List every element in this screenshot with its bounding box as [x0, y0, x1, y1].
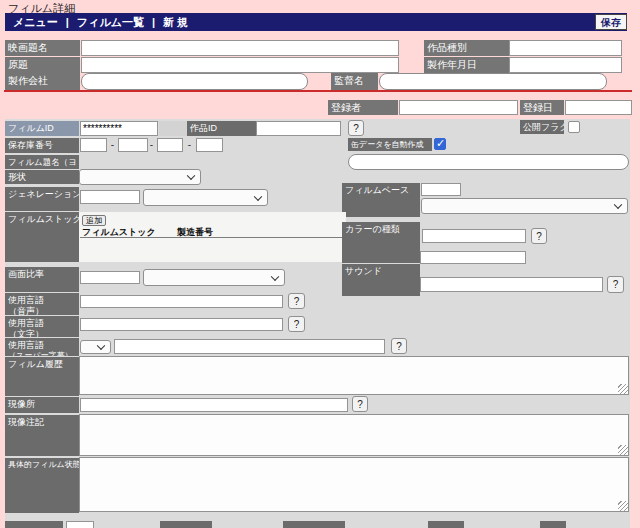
language-text-help-button[interactable]: ?	[288, 316, 305, 332]
film-history-label: フィルム履歴	[5, 357, 79, 396]
language-audio-label: 使用言語（音声）	[5, 293, 79, 315]
film-id-help-button[interactable]: ?	[348, 120, 364, 136]
storage-dash: -	[185, 138, 194, 152]
original-title-input[interactable]	[81, 57, 399, 73]
chevron-down-icon	[614, 201, 622, 209]
stock-divider	[80, 237, 345, 238]
section-divider	[4, 90, 632, 92]
storage-number-input-2[interactable]	[118, 138, 148, 152]
film-id-input[interactable]	[80, 121, 158, 136]
production-company-input[interactable]	[81, 73, 308, 90]
generation-input[interactable]	[80, 190, 140, 204]
sound-input-small[interactable]	[420, 251, 526, 264]
work-type-input[interactable]	[509, 40, 622, 56]
storage-number-input-4[interactable]	[196, 138, 223, 152]
registration-date-input[interactable]	[565, 100, 632, 115]
menu-item-new[interactable]: 新 規	[163, 15, 188, 30]
movie-title-input[interactable]	[81, 40, 399, 56]
cutoff-row-stub	[283, 521, 345, 528]
language-audio-input[interactable]	[80, 295, 283, 308]
original-title-label: 原題	[5, 57, 80, 73]
film-base-select[interactable]	[421, 198, 628, 214]
menu-item-menu[interactable]: メニュー	[13, 15, 58, 30]
language-text-input[interactable]	[80, 318, 283, 331]
storage-number-label: 保存庫番号	[5, 138, 79, 153]
color-type-input[interactable]	[422, 229, 526, 243]
sound-input[interactable]	[420, 277, 603, 292]
public-flag-label: 公開フラグ	[520, 120, 564, 134]
registrant-label: 登録者	[328, 100, 398, 115]
registrant-input[interactable]	[399, 100, 518, 115]
work-id-input[interactable]	[256, 121, 341, 136]
color-type-help-button[interactable]: ?	[531, 228, 547, 244]
language-subtitle-select[interactable]	[80, 340, 111, 354]
cutoff-row-stub	[540, 521, 566, 528]
shape-select[interactable]	[79, 169, 201, 185]
storage-number-input-1[interactable]	[80, 138, 107, 152]
developing-lab-label: 現像所	[5, 397, 79, 413]
film-condition-label: 具体的フィルム状態	[5, 458, 79, 513]
aspect-ratio-input[interactable]	[80, 271, 140, 284]
cutoff-row-stub	[5, 521, 63, 528]
sound-label: サウンド	[342, 264, 420, 296]
storage-number-input-3[interactable]	[157, 138, 183, 152]
sound-help-button[interactable]: ?	[607, 276, 624, 293]
title-yomi-input[interactable]	[348, 154, 629, 170]
aspect-ratio-select[interactable]	[143, 269, 285, 286]
menu-separator: |	[152, 16, 155, 28]
developing-notes-textarea[interactable]	[79, 414, 629, 456]
work-id-label: 作品ID	[187, 121, 256, 136]
production-date-input[interactable]	[509, 57, 622, 73]
chevron-down-icon	[187, 172, 195, 180]
director-label: 監督名	[331, 73, 378, 90]
generation-label: ジェネレーション	[5, 187, 79, 211]
storage-dash: -	[108, 138, 117, 152]
registration-date-label: 登録日	[520, 100, 564, 115]
production-date-label: 製作年月日	[424, 57, 509, 73]
language-audio-help-button[interactable]: ?	[288, 293, 305, 309]
cutoff-row-stub	[160, 521, 212, 528]
language-text-label: 使用言語（文字）	[5, 316, 79, 337]
film-id-spacer	[159, 121, 187, 136]
director-input[interactable]	[379, 73, 607, 90]
developing-lab-input[interactable]	[80, 398, 348, 412]
add-stock-button[interactable]: 追加	[82, 215, 106, 226]
can-auto-create-checkbox[interactable]	[434, 138, 446, 150]
developing-lab-help-button[interactable]: ?	[352, 396, 368, 412]
cutoff-row-stub	[428, 521, 464, 528]
work-type-label: 作品種別	[424, 40, 509, 56]
film-base-input[interactable]	[421, 183, 461, 196]
can-auto-create-label: 缶データを自動作成	[348, 138, 432, 151]
film-stock-label: フィルムストック	[5, 212, 79, 262]
shape-label: 形状	[5, 170, 79, 184]
cutoff-row-stub	[66, 521, 94, 528]
chevron-down-icon	[97, 342, 105, 350]
generation-select[interactable]	[143, 189, 268, 206]
film-id-label: フィルムID	[5, 121, 79, 136]
public-flag-checkbox[interactable]	[568, 121, 580, 133]
film-condition-textarea[interactable]	[79, 457, 629, 512]
language-subtitle-label: 使用言語（スーパー字幕）	[5, 338, 79, 356]
title-yomi-label: フィルム題名（ヨミ）	[5, 155, 79, 169]
film-base-label: フィルムベース	[342, 183, 420, 217]
storage-dash: -	[147, 138, 156, 152]
menu-separator: |	[66, 16, 69, 28]
chevron-down-icon	[254, 192, 262, 200]
chevron-down-icon	[271, 272, 279, 280]
menubar: メニュー | フィルム一覧 | 新 規	[5, 13, 627, 31]
production-company-label: 製作会社	[5, 73, 80, 90]
language-subtitle-help-button[interactable]: ?	[391, 338, 407, 354]
save-button[interactable]: 保存	[595, 14, 627, 30]
movie-title-label: 映画題名	[5, 40, 80, 56]
developing-notes-label: 現像注記	[5, 415, 79, 456]
film-detail-page: フィルム詳細 メニュー | フィルム一覧 | 新 規 保存 映画題名 作品種別 …	[0, 0, 640, 528]
aspect-ratio-label: 画面比率	[5, 267, 79, 292]
menu-item-film-list[interactable]: フィルム一覧	[77, 15, 144, 30]
color-type-label: カラーの種類	[342, 222, 420, 263]
film-history-textarea[interactable]	[79, 356, 629, 395]
language-subtitle-input[interactable]	[114, 339, 385, 354]
